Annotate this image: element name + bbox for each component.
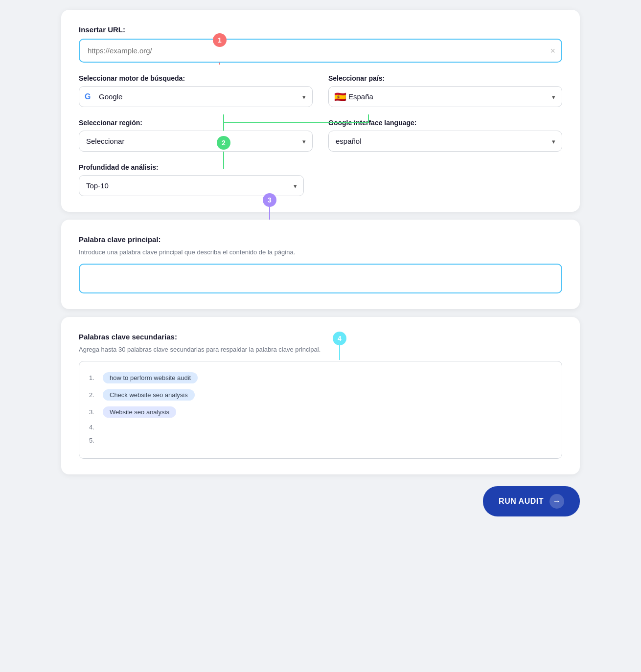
region-select[interactable]: Seleccionar Madrid xyxy=(79,131,313,152)
search-engine-select-wrapper: G Google Bing ▾ xyxy=(79,86,313,107)
keywords-list-container: 1. how to perform website audit 2. Check… xyxy=(79,361,562,459)
secondary-keywords-desc: Agrega hasta 30 palabras clave secundari… xyxy=(79,346,562,353)
tooltip-3: 3 xyxy=(263,193,276,207)
country-select[interactable]: España México xyxy=(328,86,562,107)
tooltip-1: 1 xyxy=(213,33,227,47)
url-clear-button[interactable]: × xyxy=(550,46,555,55)
url-input-wrapper: × xyxy=(79,39,562,63)
list-item[interactable]: 5. xyxy=(89,434,552,447)
secondary-keywords-title: Palabras clave secundarias: xyxy=(79,333,562,341)
selects-grid: Seleccionar motor de búsqueda: G Google … xyxy=(79,74,562,152)
flag-icon: 🇪🇸 xyxy=(334,91,346,103)
tooltip-2: 2 xyxy=(217,136,230,150)
search-engine-group: Seleccionar motor de búsqueda: G Google … xyxy=(79,74,313,107)
keyword-num-2: 2. xyxy=(89,391,103,399)
tooltip-4: 4 xyxy=(333,332,346,345)
region-group: Seleccionar región: Seleccionar Madrid ▾ xyxy=(79,119,313,152)
keyword-tag-3[interactable]: Website seo analysis xyxy=(103,406,176,418)
url-settings-card: 1 2 3 Insertar URL: × xyxy=(61,10,580,212)
search-engine-select[interactable]: Google Bing xyxy=(79,86,313,107)
list-item: 2. Check website seo analysis xyxy=(89,386,552,403)
region-select-wrapper: Seleccionar Madrid ▾ xyxy=(79,131,313,152)
search-engine-label: Seleccionar motor de búsqueda: xyxy=(79,74,313,82)
country-select-wrapper: 🇪🇸 España México ▾ xyxy=(328,86,562,107)
url-label: Insertar URL: xyxy=(79,25,562,34)
primary-keyword-title: Palabra clave principal: xyxy=(79,235,562,244)
primary-keyword-input[interactable] xyxy=(79,264,562,293)
country-group: Seleccionar país: 🇪🇸 España México ▾ xyxy=(328,74,562,107)
google-icon: G xyxy=(85,92,91,101)
keyword-num-1: 1. xyxy=(89,374,103,381)
page-wrapper: 1 2 3 Insertar URL: × xyxy=(61,10,580,516)
primary-keyword-desc: Introduce una palabra clave principal qu… xyxy=(79,248,562,256)
language-select-wrapper: español english ▾ xyxy=(328,131,562,152)
run-audit-arrow-icon: → xyxy=(549,494,564,509)
list-item[interactable]: 4. xyxy=(89,421,552,434)
keyword-num-4: 4. xyxy=(89,424,103,431)
run-btn-wrapper: RUN AUDIT → xyxy=(61,486,580,516)
language-label: Google interface language: xyxy=(328,119,562,127)
depth-label: Profundidad de análisis: xyxy=(79,163,562,171)
depth-group: Profundidad de análisis: Top-10 Top-20 T… xyxy=(79,163,562,196)
keyword-num-3: 3. xyxy=(89,408,103,416)
country-label: Seleccionar país: xyxy=(328,74,562,82)
url-input[interactable] xyxy=(79,39,562,63)
keyword-tag-2[interactable]: Check website seo analysis xyxy=(103,389,195,401)
list-item: 1. how to perform website audit xyxy=(89,369,552,386)
secondary-keywords-card: 4 Palabras clave secundarias: Agrega has… xyxy=(61,317,580,474)
keyword-num-5: 5. xyxy=(89,437,103,444)
language-group: Google interface language: español engli… xyxy=(328,119,562,152)
primary-keyword-card: Palabra clave principal: Introduce una p… xyxy=(61,220,580,309)
run-audit-button[interactable]: RUN AUDIT → xyxy=(483,486,580,516)
keyword-tag-1[interactable]: how to perform website audit xyxy=(103,372,198,383)
language-select[interactable]: español english xyxy=(328,131,562,152)
list-item: 3. Website seo analysis xyxy=(89,403,552,421)
region-label: Seleccionar región: xyxy=(79,119,313,127)
run-audit-label: RUN AUDIT xyxy=(499,497,544,506)
